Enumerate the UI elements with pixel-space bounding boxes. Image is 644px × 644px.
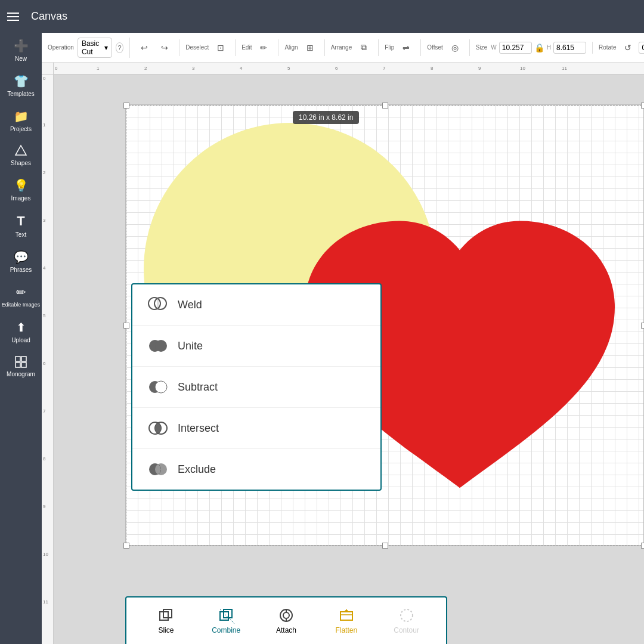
shapes-icon — [14, 144, 27, 157]
arrange-label: Arrange — [331, 44, 352, 51]
svg-point-8 — [155, 340, 167, 352]
ruler-corner — [42, 63, 54, 75]
svg-rect-3 — [16, 363, 20, 367]
editable-images-icon: ✏ — [16, 285, 26, 299]
svg-rect-4 — [21, 363, 26, 367]
flatten-label: Flatten — [335, 626, 357, 634]
sidebar-item-upload[interactable]: ⬆ Upload — [0, 314, 42, 349]
sidebar-item-phrases[interactable]: 💬 Phrases — [0, 244, 42, 279]
exclude-label: Exclude — [178, 463, 216, 476]
subtract-menu-item[interactable]: Subtract — [132, 367, 380, 408]
sidebar-new-label: New — [15, 55, 27, 62]
operation-chevron: ▾ — [104, 44, 108, 52]
sidebar-item-new[interactable]: ➕ New — [0, 33, 42, 68]
arrange-button[interactable]: ⧉ — [355, 39, 372, 56]
subtract-label: Subtract — [178, 381, 218, 394]
weld-label: Weld — [178, 299, 202, 311]
sidebar-item-shapes[interactable]: Shapes — [0, 138, 42, 172]
svg-rect-2 — [21, 357, 26, 361]
app-title: Canvas — [31, 10, 67, 23]
slice-icon — [157, 607, 174, 624]
ruler-left: 0 1 2 3 4 5 6 7 8 9 10 11 — [42, 75, 54, 644]
sidebar-monogram-label: Monogram — [7, 371, 35, 377]
work-area[interactable]: 10.26 in x 8.62 in Weld Unite — [54, 75, 644, 644]
sidebar-item-text[interactable]: T Text — [0, 208, 42, 244]
hamburger-menu[interactable] — [7, 13, 19, 21]
svg-point-34 — [401, 609, 413, 621]
svg-rect-1 — [16, 357, 20, 361]
help-button[interactable]: ? — [116, 42, 123, 53]
weld-menu-item[interactable]: Weld — [132, 284, 380, 326]
undo-button[interactable]: ↩ — [136, 39, 153, 56]
handle-bm[interactable] — [382, 543, 388, 549]
exclude-menu-item[interactable]: Exclude — [132, 449, 380, 490]
width-label: W — [491, 44, 496, 51]
sidebar-shapes-label: Shapes — [11, 160, 31, 166]
sidebar-item-monogram[interactable]: Monogram — [0, 349, 42, 383]
contour-icon — [398, 607, 415, 624]
flatten-tool[interactable]: Flatten — [316, 603, 376, 638]
sidebar-item-editable-images[interactable]: ✏ Editable Images — [0, 279, 42, 314]
sidebar-item-templates[interactable]: 👕 Templates — [0, 68, 42, 103]
svg-point-18 — [155, 463, 167, 475]
sidebar-item-images[interactable]: 💡 Images — [0, 172, 42, 208]
redo-button[interactable]: ↪ — [156, 39, 173, 56]
contour-tool: Contour — [376, 603, 436, 638]
sidebar-images-label: Images — [11, 195, 31, 202]
intersect-label: Intersect — [178, 422, 219, 435]
deselect-label: Deselect — [185, 44, 209, 51]
size-tooltip: 10.26 in x 8.62 in — [293, 111, 359, 124]
lock-icon: 🔒 — [534, 43, 544, 52]
help-label: ? — [117, 44, 121, 51]
offset-label: Offset — [427, 44, 443, 51]
images-icon: 💡 — [14, 178, 29, 193]
deselect-button[interactable]: ⊡ — [212, 39, 229, 56]
rotate-label: Rotate — [599, 44, 616, 51]
sidebar-item-projects[interactable]: 📁 Projects — [0, 103, 42, 138]
offset-button[interactable]: ◎ — [447, 39, 463, 56]
operation-select[interactable]: Basic Cut ▾ — [78, 38, 112, 58]
contour-label: Contour — [394, 626, 419, 634]
handle-mr[interactable] — [641, 323, 644, 329]
sidebar: ➕ New 👕 Templates 📁 Projects Shapes 💡 Im… — [0, 33, 42, 644]
attach-tool[interactable]: Attach — [256, 603, 317, 638]
subtract-icon — [147, 376, 168, 398]
svg-rect-30 — [340, 612, 352, 620]
handle-ml[interactable] — [123, 323, 129, 329]
handle-tl[interactable] — [123, 103, 129, 109]
toolbar: Operation Basic Cut ▾ ? ↩ ↪ Deselect ⊡ E… — [42, 33, 644, 63]
ruler-top: 0 1 2 3 4 5 6 7 8 9 10 11 — [54, 63, 644, 75]
unite-menu-item[interactable]: Unite — [132, 326, 380, 367]
rotate-input[interactable] — [639, 42, 644, 54]
flip-button[interactable]: ⇌ — [398, 39, 414, 56]
upload-icon: ⬆ — [16, 320, 26, 335]
align-label: Align — [284, 44, 298, 51]
unite-icon — [147, 335, 168, 357]
size-label: Size — [476, 44, 487, 51]
intersect-menu-item[interactable]: Intersect — [132, 408, 380, 449]
flatten-icon — [338, 607, 355, 624]
handle-br[interactable] — [641, 543, 644, 549]
height-input[interactable] — [553, 42, 586, 54]
sidebar-editable-label: Editable Images — [2, 302, 41, 308]
sidebar-projects-label: Projects — [10, 126, 32, 132]
align-button[interactable]: ⊞ — [302, 39, 318, 56]
sidebar-phrases-label: Phrases — [10, 267, 32, 273]
projects-icon: 📁 — [14, 109, 29, 123]
svg-point-27 — [283, 612, 289, 618]
exclude-icon — [147, 459, 168, 480]
slice-tool[interactable]: Slice — [136, 603, 196, 638]
flip-label: Flip — [385, 44, 394, 51]
canvas-area: 0 1 2 3 4 5 6 7 8 9 10 11 0 1 2 3 4 5 6 … — [42, 63, 644, 644]
combine-tool[interactable]: Combine — [196, 603, 256, 638]
width-input[interactable] — [499, 42, 532, 54]
svg-point-10 — [155, 381, 167, 393]
monogram-icon — [14, 355, 27, 369]
handle-bl[interactable] — [123, 543, 129, 549]
edit-label: Edit — [242, 44, 252, 51]
rotate-icon: ↺ — [620, 39, 636, 56]
handle-tr[interactable] — [641, 103, 644, 109]
edit-button[interactable]: ✏ — [255, 39, 272, 56]
operation-label: Operation — [48, 44, 74, 51]
handle-tm[interactable] — [382, 103, 388, 109]
